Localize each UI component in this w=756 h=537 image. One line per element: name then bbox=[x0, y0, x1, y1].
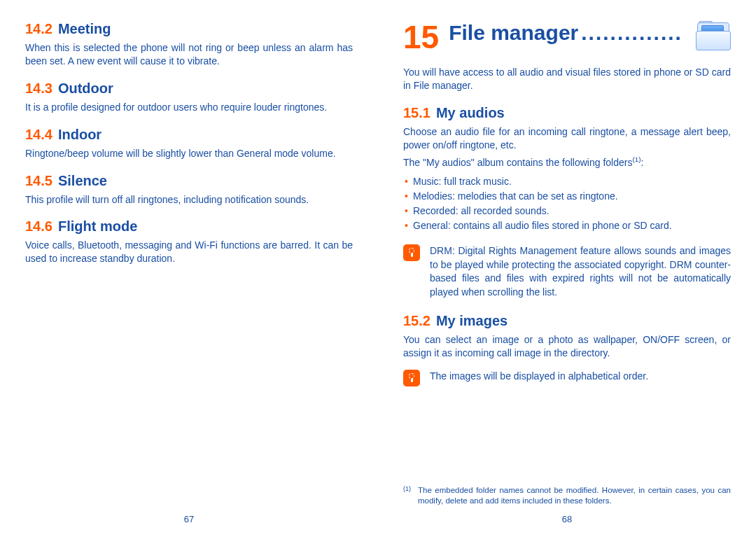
list-item: General: contains all audio files stored… bbox=[403, 218, 731, 233]
chapter-title: File manager bbox=[449, 21, 578, 45]
footnote-mark: (1) bbox=[403, 484, 411, 506]
list-item: Music: full track music. bbox=[403, 174, 731, 189]
list-item: Recorded: all recorded sounds. bbox=[403, 204, 731, 218]
tip-alpha-text: The images will be displayed in alphabet… bbox=[430, 370, 731, 386]
heading-14-4: 14.4Indoor bbox=[25, 127, 353, 143]
section-title: Silence bbox=[58, 173, 107, 188]
lightbulb-icon bbox=[403, 244, 420, 261]
section-number: 14.6 bbox=[25, 218, 52, 234]
body-14-3: It is a profile designed for outdoor use… bbox=[25, 101, 353, 114]
page-number-right: 68 bbox=[403, 507, 731, 530]
section-title: My images bbox=[436, 313, 507, 328]
chapter-intro: You will have access to all audio and vi… bbox=[403, 66, 731, 92]
section-title: Meeting bbox=[58, 21, 111, 36]
section-number: 14.5 bbox=[25, 173, 52, 188]
section-number: 15.1 bbox=[403, 105, 430, 120]
body-14-5: This profile will turn off all ringtones… bbox=[25, 193, 353, 207]
section-title: Indoor bbox=[58, 127, 102, 142]
body-14-2: When this is selected the phone will not… bbox=[25, 41, 353, 68]
section-number: 15.2 bbox=[403, 313, 430, 328]
body-14-6: Voice calls, Bluetooth, messaging and Wi… bbox=[25, 239, 353, 265]
page-number-left: 67 bbox=[25, 507, 353, 530]
tip-drm: DRM: Digital Rights Management feature a… bbox=[403, 244, 731, 299]
page-right: 15 File manager .............. You will … bbox=[378, 0, 756, 537]
body-15-1-p1: Choose an audio file for an incoming cal… bbox=[403, 125, 731, 152]
footnote-text: The embedded folder names cannot be modi… bbox=[418, 485, 731, 507]
section-number: 14.4 bbox=[25, 127, 52, 142]
two-page-spread: 14.2Meeting When this is selected the ph… bbox=[0, 0, 756, 537]
section-number: 14.3 bbox=[25, 81, 52, 96]
heading-14-5: 14.5Silence bbox=[25, 173, 353, 189]
heading-15-1: 15.1My audios bbox=[403, 105, 731, 121]
section-title: Flight mode bbox=[58, 218, 137, 234]
heading-14-6: 14.6Flight mode bbox=[25, 218, 353, 235]
tip-drm-text: DRM: Digital Rights Management feature a… bbox=[430, 244, 731, 299]
section-title: My audios bbox=[436, 105, 505, 120]
heading-14-2: 14.2Meeting bbox=[25, 21, 353, 37]
chapter-number: 15 bbox=[403, 21, 439, 53]
footnote: (1) The embedded folder names cannot be … bbox=[403, 478, 731, 507]
section-title: Outdoor bbox=[58, 81, 113, 96]
section-number: 14.2 bbox=[25, 21, 52, 36]
body-14-4: Ringtone/beep volume will be slightly lo… bbox=[25, 147, 353, 160]
list-item: Melodies: melodies that can be set as ri… bbox=[403, 189, 731, 204]
heading-15-2: 15.2My images bbox=[403, 313, 731, 329]
chapter-header: 15 File manager .............. bbox=[403, 21, 731, 53]
page-left: 14.2Meeting When this is selected the ph… bbox=[0, 0, 378, 537]
heading-14-3: 14.3Outdoor bbox=[25, 81, 353, 97]
tip-alpha: The images will be displayed in alphabet… bbox=[403, 370, 731, 386]
folder-icon bbox=[696, 21, 731, 52]
lightbulb-icon bbox=[403, 370, 420, 386]
body-15-1-p2: The "My audios" album contains the follo… bbox=[403, 155, 731, 169]
footnote-ref: (1) bbox=[632, 155, 640, 163]
body-15-2-p1: You can select an image or a photo as wa… bbox=[403, 333, 731, 360]
audios-folder-list: Music: full track music. Melodies: melod… bbox=[403, 174, 731, 233]
chapter-dots: .............. bbox=[581, 21, 682, 45]
